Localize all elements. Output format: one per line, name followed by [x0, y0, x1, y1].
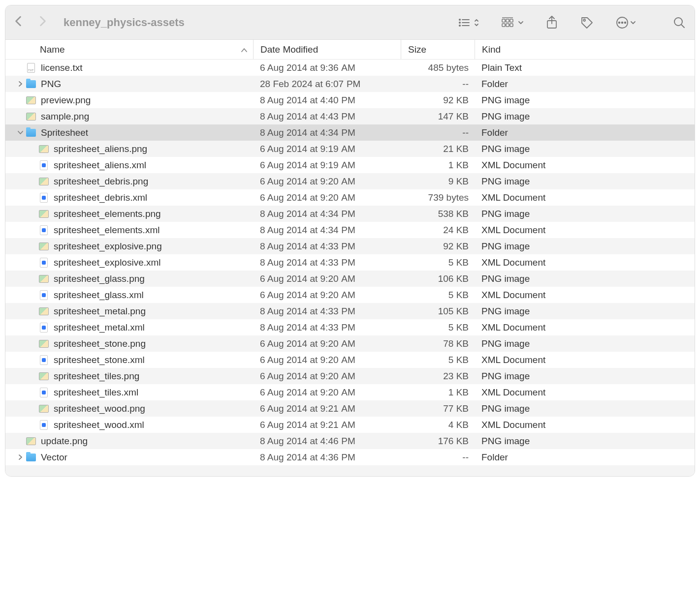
- date-text: 8 Aug 2014 at 4:40: [260, 95, 339, 105]
- file-name-label: spritesheet_glass.xml: [54, 290, 144, 301]
- date-text: 6 Aug 2014 at 9:20: [260, 176, 339, 186]
- cell-name: spritesheet_metal.png: [5, 306, 253, 317]
- ampm-text: AM: [341, 403, 355, 414]
- date-text: 8 Aug 2014 at 4:46: [260, 436, 339, 446]
- column-header-date[interactable]: Date Modified: [253, 40, 401, 59]
- ampm-text: AM: [341, 160, 355, 171]
- png-file-icon: [39, 274, 49, 284]
- cell-kind: PNG image: [475, 371, 695, 382]
- date-text: 6 Aug 2014 at 9:21: [260, 403, 339, 414]
- file-row[interactable]: spritesheet_tiles.xml6 Aug 2014 at 9:20 …: [5, 384, 695, 400]
- file-name-label: spritesheet_wood.png: [54, 403, 145, 414]
- svg-point-4: [459, 25, 460, 26]
- file-row[interactable]: spritesheet_elements.png8 Aug 2014 at 4:…: [5, 206, 695, 222]
- tags-button[interactable]: [580, 16, 593, 29]
- folder-icon: [26, 79, 36, 89]
- date-text: 6 Aug 2014 at 9:20: [260, 371, 339, 381]
- file-row[interactable]: sample.png8 Aug 2014 at 4:43 PM147 KBPNG…: [5, 108, 695, 124]
- disclosure-down-icon[interactable]: [17, 130, 23, 135]
- file-row[interactable]: spritesheet_wood.xml6 Aug 2014 at 9:21 A…: [5, 417, 695, 433]
- file-row[interactable]: spritesheet_metal.xml8 Aug 2014 at 4:33 …: [5, 319, 695, 335]
- file-row[interactable]: spritesheet_debris.xml6 Aug 2014 at 9:20…: [5, 189, 695, 206]
- file-row[interactable]: license.txt6 Aug 2014 at 9:36 AM485 byte…: [5, 60, 695, 76]
- svg-point-18: [625, 22, 626, 23]
- file-name-label: sample.png: [41, 111, 89, 122]
- share-button[interactable]: [546, 16, 558, 30]
- file-row[interactable]: spritesheet_glass.xml6 Aug 2014 at 9:20 …: [5, 287, 695, 303]
- ampm-text: AM: [341, 420, 355, 430]
- cell-name: spritesheet_explosive.xml: [5, 257, 253, 268]
- cell-date: 8 Aug 2014 at 4:34 PM: [253, 209, 401, 219]
- file-row[interactable]: spritesheet_stone.png6 Aug 2014 at 9:20 …: [5, 335, 695, 352]
- svg-rect-7: [506, 19, 509, 22]
- ampm-text: AM: [341, 387, 355, 398]
- file-row[interactable]: spritesheet_aliens.xml6 Aug 2014 at 9:19…: [5, 157, 695, 173]
- file-row[interactable]: spritesheet_debris.png6 Aug 2014 at 9:20…: [5, 173, 695, 189]
- cell-name: spritesheet_explosive.png: [5, 241, 253, 252]
- png-file-icon: [39, 144, 49, 154]
- more-button[interactable]: [616, 16, 636, 29]
- forward-button[interactable]: [39, 16, 47, 29]
- file-row[interactable]: Vector8 Aug 2014 at 4:36 PM--Folder: [5, 449, 695, 465]
- cell-kind: PNG image: [475, 176, 695, 187]
- cell-kind: XML Document: [475, 420, 695, 430]
- file-name-label: spritesheet_aliens.png: [54, 144, 147, 154]
- cell-name: spritesheet_elements.png: [5, 209, 253, 219]
- cell-kind: PNG image: [475, 403, 695, 414]
- cell-date: 6 Aug 2014 at 9:20 AM: [253, 176, 401, 187]
- xml-file-icon: [39, 388, 49, 397]
- file-row[interactable]: spritesheet_glass.png6 Aug 2014 at 9:20 …: [5, 271, 695, 287]
- cell-date: 6 Aug 2014 at 9:20 AM: [253, 290, 401, 301]
- cell-size: 5 KB: [401, 322, 475, 333]
- svg-point-0: [459, 19, 460, 20]
- cell-date: 6 Aug 2014 at 9:20 AM: [253, 273, 401, 284]
- date-text: 8 Aug 2014 at 4:36: [260, 452, 339, 462]
- file-row[interactable]: PNG28 Feb 2024 at 6:07 PM--Folder: [5, 76, 695, 92]
- png-file-icon: [39, 306, 49, 316]
- svg-point-16: [619, 22, 620, 23]
- date-text: 28 Feb 2024 at 6:07: [260, 79, 344, 89]
- file-row[interactable]: spritesheet_explosive.png8 Aug 2014 at 4…: [5, 238, 695, 254]
- cell-name: Spritesheet: [5, 127, 253, 138]
- file-row[interactable]: spritesheet_wood.png6 Aug 2014 at 9:21 A…: [5, 400, 695, 417]
- cell-name: update.png: [5, 436, 253, 447]
- file-row[interactable]: spritesheet_metal.png8 Aug 2014 at 4:33 …: [5, 303, 695, 319]
- column-headers: Name Date Modified Size Kind: [5, 40, 695, 60]
- file-row[interactable]: spritesheet_aliens.png6 Aug 2014 at 9:19…: [5, 141, 695, 157]
- file-row[interactable]: update.png8 Aug 2014 at 4:46 PM176 KBPNG…: [5, 433, 695, 449]
- column-header-name[interactable]: Name: [5, 44, 253, 55]
- ampm-text: PM: [341, 257, 355, 268]
- date-text: 8 Aug 2014 at 4:34: [260, 225, 339, 235]
- cell-size: 5 KB: [401, 355, 475, 365]
- column-header-kind[interactable]: Kind: [475, 40, 695, 59]
- file-row[interactable]: preview.png8 Aug 2014 at 4:40 PM92 KBPNG…: [5, 92, 695, 108]
- ampm-text: AM: [341, 176, 355, 187]
- cell-name: spritesheet_stone.png: [5, 338, 253, 349]
- file-row[interactable]: spritesheet_stone.xml6 Aug 2014 at 9:20 …: [5, 352, 695, 368]
- png-file-icon: [39, 404, 49, 414]
- file-row[interactable]: spritesheet_elements.xml8 Aug 2014 at 4:…: [5, 222, 695, 238]
- cell-size: 23 KB: [401, 371, 475, 382]
- window-title: kenney_physics-assets: [64, 16, 185, 29]
- file-row[interactable]: Spritesheet8 Aug 2014 at 4:34 PM--Folder: [5, 124, 695, 141]
- date-text: 6 Aug 2014 at 9:21: [260, 420, 339, 430]
- file-name-label: PNG: [41, 79, 61, 90]
- cell-size: 485 bytes: [401, 62, 475, 73]
- group-button[interactable]: [502, 17, 523, 28]
- disclosure-right-icon[interactable]: [17, 454, 23, 460]
- disclosure-right-icon[interactable]: [17, 81, 23, 87]
- file-name-label: update.png: [41, 436, 88, 447]
- file-row[interactable]: spritesheet_explosive.xml8 Aug 2014 at 4…: [5, 254, 695, 271]
- file-row[interactable]: spritesheet_tiles.png6 Aug 2014 at 9:20 …: [5, 368, 695, 384]
- file-list: license.txt6 Aug 2014 at 9:36 AM485 byte…: [5, 60, 695, 465]
- file-name-label: spritesheet_glass.png: [54, 273, 145, 284]
- cell-size: 106 KB: [401, 273, 475, 284]
- search-button[interactable]: [673, 16, 686, 29]
- cell-name: spritesheet_stone.xml: [5, 355, 253, 365]
- view-list-button[interactable]: [458, 18, 479, 28]
- cell-kind: PNG image: [475, 273, 695, 284]
- back-button[interactable]: [14, 16, 22, 29]
- svg-rect-10: [506, 24, 509, 27]
- column-header-size[interactable]: Size: [401, 40, 475, 59]
- file-name-label: spritesheet_elements.png: [54, 209, 161, 219]
